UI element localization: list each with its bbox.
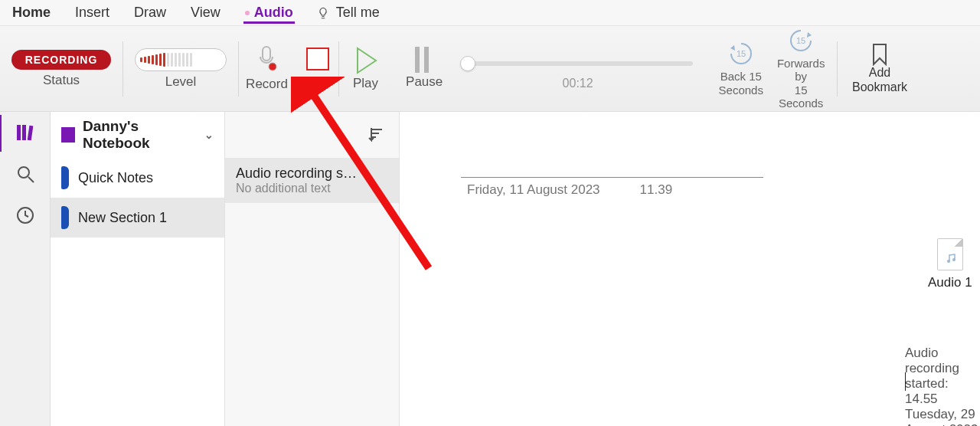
svg-point-1: [269, 63, 276, 70]
stop-label: Stop: [305, 75, 332, 90]
svg-rect-6: [27, 126, 33, 141]
svg-text:15: 15: [737, 49, 746, 58]
skip-forward-icon: 15: [788, 28, 814, 54]
notebook-stack-icon: [15, 123, 35, 143]
svg-point-7: [18, 167, 29, 178]
top-menu: Home Insert Draw View Audio Tell me: [0, 0, 980, 26]
menu-draw[interactable]: Draw: [132, 2, 168, 24]
tell-me-label: Tell me: [336, 5, 380, 21]
menu-audio-label: Audio: [254, 5, 293, 20]
search-icon: [15, 164, 35, 184]
audio-attachment-label: Audio 1: [928, 275, 972, 290]
pause-label: Pause: [406, 74, 443, 90]
record-button[interactable]: Record: [246, 46, 288, 92]
svg-point-11: [952, 258, 956, 261]
note-time: 11.39: [640, 182, 673, 198]
rail-notebooks[interactable]: [15, 123, 35, 146]
sort-icon[interactable]: [368, 126, 385, 143]
status-group-label: Status: [43, 73, 80, 88]
section-item-new-section-1[interactable]: New Section 1: [51, 198, 224, 238]
audio-file-icon: [937, 238, 963, 270]
page-subtitle: No additional text: [236, 182, 388, 195]
play-label: Play: [353, 76, 378, 91]
svg-rect-5: [22, 125, 26, 140]
microphone-icon: [256, 46, 278, 72]
forward-15-button[interactable]: 15 Forwards by15 Seconds: [777, 28, 825, 110]
menu-audio[interactable]: Audio: [243, 2, 295, 24]
clock-icon: [15, 205, 35, 225]
pause-button[interactable]: Pause: [406, 47, 443, 90]
tell-me-search[interactable]: Tell me: [316, 5, 380, 21]
note-canvas[interactable]: Friday, 11 August 2023 11.39 Audio 1 Aud…: [400, 112, 980, 426]
notebook-name: Danny's Notebook: [83, 118, 197, 152]
menu-insert[interactable]: Insert: [74, 2, 111, 24]
back-15-button[interactable]: 15 Back 15Seconds: [719, 41, 763, 97]
svg-text:15: 15: [796, 36, 805, 45]
lightbulb-icon: [316, 6, 330, 20]
fwd15-label-1: Forwards by: [777, 57, 825, 83]
svg-point-10: [947, 260, 950, 263]
page-title: Audio recording s…: [236, 165, 388, 182]
section-item-quick-notes[interactable]: Quick Notes: [51, 158, 224, 198]
audio-ribbon: RECORDING Status Level: [0, 26, 980, 112]
recording-dot-icon: [245, 11, 250, 15]
chevron-down-icon: ⌄: [204, 129, 214, 141]
slider-thumb[interactable]: [460, 56, 475, 71]
menu-home[interactable]: Home: [11, 2, 52, 24]
level-group-label: Level: [165, 74, 197, 90]
section-tab-icon: [61, 166, 69, 189]
section-tab-icon: [61, 206, 69, 229]
pause-icon: [415, 47, 433, 73]
svg-line-8: [28, 177, 34, 182]
notebook-icon: [61, 127, 75, 143]
stop-button[interactable]: Stop: [305, 48, 332, 90]
playback-time: 00:12: [563, 77, 593, 90]
page-item[interactable]: Audio recording s… No additional text: [225, 158, 399, 203]
menu-view[interactable]: View: [189, 2, 222, 24]
rail-search[interactable]: [15, 164, 35, 187]
record-label: Record: [246, 77, 288, 92]
rail-recent[interactable]: [15, 205, 35, 228]
back15-label-1: Back 15: [720, 70, 762, 83]
page-list: Audio recording s… No additional text: [225, 112, 400, 426]
play-button[interactable]: Play: [353, 47, 378, 91]
section-list: Danny's Notebook ⌄ Quick Notes New Secti…: [51, 112, 225, 426]
recording-metadata: Audio recording started: 14.55 Tuesday, …: [905, 346, 980, 426]
note-title-input[interactable]: [461, 150, 763, 178]
fwd15-label-2: 15 Seconds: [779, 84, 823, 110]
recording-status-badge: RECORDING: [11, 50, 112, 70]
play-icon: [354, 47, 377, 74]
add-bookmark-button[interactable]: AddBookmark: [852, 66, 907, 94]
playback-slider[interactable]: [462, 61, 693, 66]
text-cursor: [905, 372, 906, 391]
note-date: Friday, 11 August 2023: [467, 182, 600, 198]
back15-label-2: Seconds: [719, 84, 763, 97]
svg-rect-4: [17, 125, 21, 140]
skip-back-icon: 15: [728, 41, 754, 67]
bookmark-icon: [871, 43, 889, 66]
nav-rail: [0, 112, 51, 426]
audio-attachment[interactable]: Audio 1: [928, 238, 972, 290]
notebook-picker[interactable]: Danny's Notebook ⌄: [51, 112, 224, 158]
section-label: New Section 1: [78, 210, 167, 226]
stop-icon: [306, 48, 329, 70]
section-label: Quick Notes: [78, 170, 153, 186]
level-meter: [135, 48, 227, 71]
svg-rect-0: [263, 47, 270, 61]
